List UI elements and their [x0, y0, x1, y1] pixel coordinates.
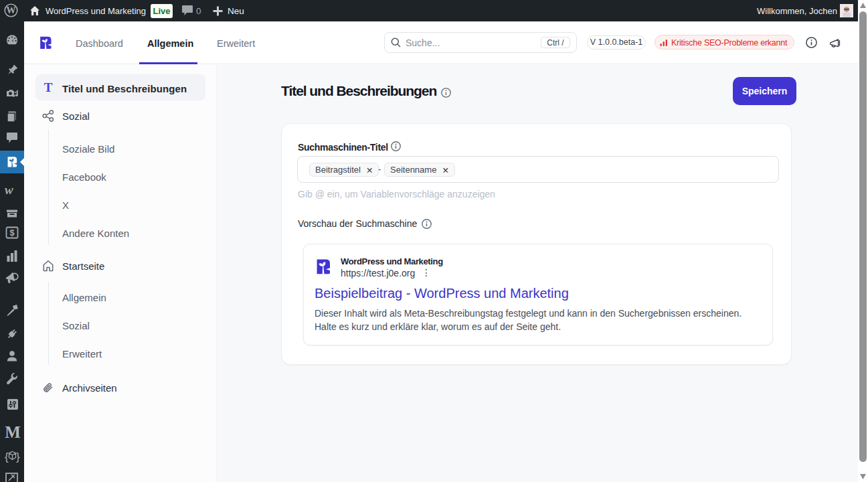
svg-text:}: } — [16, 451, 20, 463]
svg-text:{: { — [5, 451, 9, 463]
svg-text:W: W — [6, 5, 16, 15]
svg-text:$: $ — [9, 228, 15, 238]
